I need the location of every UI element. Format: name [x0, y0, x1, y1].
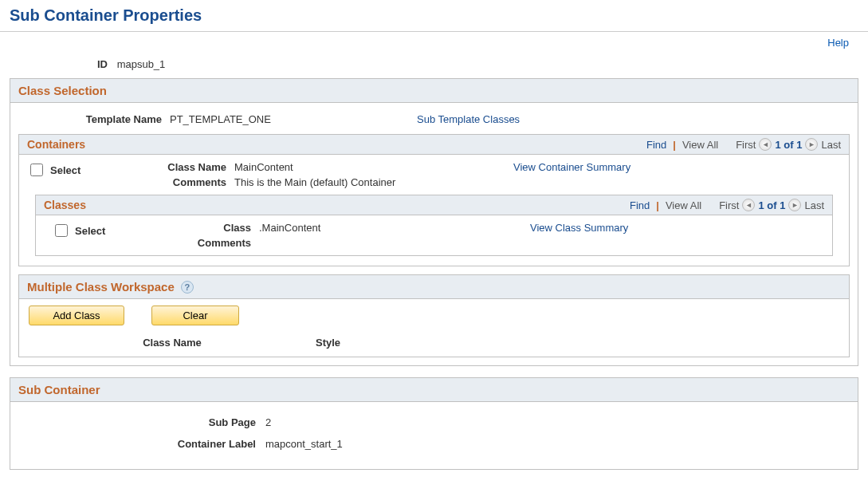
classes-next-button[interactable]: ► — [788, 199, 801, 211]
class-selection-header: Class Selection — [10, 79, 858, 103]
template-name-value: PT_TEMPLATE_ONE — [170, 113, 417, 125]
class-selection-section: Class Selection Template Name PT_TEMPLAT… — [10, 78, 858, 366]
sub-page-value: 2 — [265, 416, 271, 428]
classes-title: Classes — [44, 199, 86, 211]
containers-classname-label: Class Name — [139, 161, 234, 173]
containers-counter: 1 of 1 — [775, 139, 802, 151]
classes-find-link[interactable]: Find — [630, 199, 650, 211]
containers-classname-value: MainContent — [234, 161, 293, 173]
sub-container-section: Sub Container Sub Page 2 Container Label… — [10, 377, 858, 470]
separator: | — [653, 199, 662, 211]
classes-last-label: Last — [804, 199, 824, 211]
containers-find-link[interactable]: Find — [646, 139, 666, 151]
classes-class-label: Class — [163, 222, 259, 234]
classes-select-checkbox[interactable] — [55, 224, 68, 237]
container-label-label: Container Label — [18, 438, 265, 450]
page-title: Sub Container Properties — [0, 0, 868, 32]
multiple-class-workspace-group: Multiple Class Workspace ? Add Class Cle… — [18, 274, 850, 357]
containers-comments-value: This is the Main (default) Container — [234, 176, 395, 188]
containers-select-checkbox[interactable] — [30, 164, 43, 176]
id-label: ID — [97, 58, 108, 70]
containers-last-label: Last — [821, 139, 841, 151]
sub-template-classes-link[interactable]: Sub Template Classes — [417, 113, 520, 125]
container-label-value: mapcont_start_1 — [265, 438, 343, 450]
add-class-button[interactable]: Add Class — [29, 306, 124, 325]
id-value: mapsub_1 — [117, 58, 166, 70]
classes-prev-button[interactable]: ◄ — [742, 199, 755, 211]
sub-page-label: Sub Page — [18, 416, 265, 428]
classes-group: Classes Find | View All First ◄ 1 of 1 ► — [35, 195, 833, 256]
classes-comments-label: Comments — [163, 237, 259, 249]
containers-prev-button[interactable]: ◄ — [759, 138, 772, 151]
help-link[interactable]: Help — [827, 37, 849, 49]
mcw-title: Multiple Class Workspace — [27, 280, 175, 294]
containers-viewall[interactable]: View All — [682, 139, 718, 151]
containers-next-button[interactable]: ► — [805, 138, 818, 151]
view-container-summary-link[interactable]: View Container Summary — [513, 161, 630, 173]
classes-counter: 1 of 1 — [758, 199, 785, 211]
mcw-col-classname: Class Name — [29, 337, 316, 349]
containers-group: Containers Find | View All First ◄ 1 of … — [18, 134, 850, 266]
clear-button[interactable]: Clear — [151, 306, 239, 325]
sub-container-header: Sub Container — [10, 378, 858, 402]
containers-first-label: First — [736, 139, 756, 151]
template-name-label: Template Name — [18, 113, 170, 125]
containers-comments-label: Comments — [139, 176, 234, 188]
classes-class-value: .MainContent — [259, 222, 320, 234]
classes-viewall[interactable]: View All — [666, 199, 701, 211]
containers-select-label: Select — [50, 164, 81, 176]
mcw-col-style: Style — [316, 337, 475, 349]
classes-first-label: First — [719, 199, 739, 211]
containers-title: Containers — [27, 138, 85, 151]
separator: | — [670, 139, 679, 151]
id-row: ID mapsub_1 — [10, 53, 858, 78]
help-icon[interactable]: ? — [181, 281, 194, 294]
classes-select-label: Select — [75, 225, 105, 237]
view-class-summary-link[interactable]: View Class Summary — [530, 222, 628, 234]
